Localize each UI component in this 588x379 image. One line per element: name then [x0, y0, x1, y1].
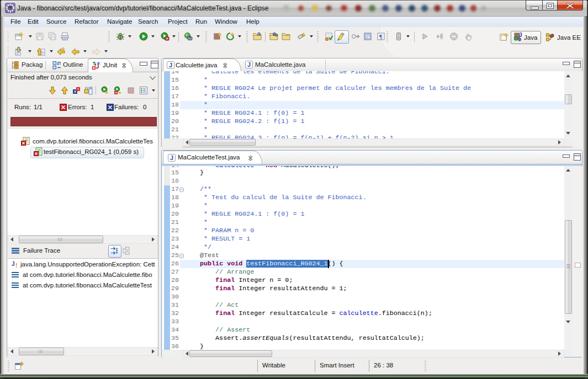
svg-text:J: J — [169, 62, 172, 68]
svg-text:J: J — [247, 61, 251, 68]
svg-text:J: J — [170, 154, 173, 161]
svg-text:J: J — [519, 33, 522, 38]
svg-text:J: J — [12, 261, 15, 267]
svg-text:¶: ¶ — [379, 33, 383, 40]
svg-text:!: ! — [15, 262, 18, 269]
